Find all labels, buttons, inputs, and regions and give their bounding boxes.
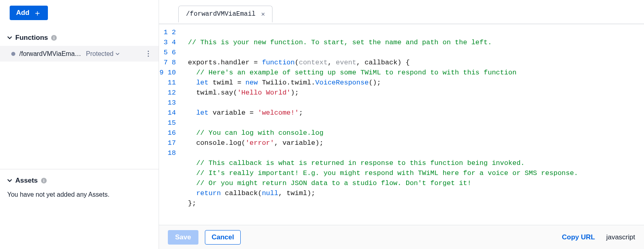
no-assets-text: You have not yet added any Assets. [0,189,159,201]
editor-footer: Save Cancel Copy URL javascript [159,225,644,249]
copy-url-link[interactable]: Copy URL [562,233,595,241]
chevron-down-icon [115,51,120,56]
function-name: /forwardVMViaEma… [19,50,81,58]
language-label: javascript [606,233,635,241]
cancel-button[interactable]: Cancel [205,230,241,245]
save-button[interactable]: Save [168,230,198,245]
info-icon: i [51,35,57,41]
more-menu-button[interactable] [144,49,152,58]
protection-label: Protected [86,50,114,58]
code-area[interactable]: // This is your new function. To start, … [180,24,644,225]
plus-icon: ＋ [33,9,41,17]
code-editor[interactable]: 1 2 3 4 5 6 7 8 9 10 11 12 13 14 15 16 1… [159,24,644,225]
add-button-label: Add [16,9,29,17]
sidebar: Add ＋ Functions i /forwardVMViaEma… Prot… [0,0,159,249]
functions-header-label: Functions [15,34,48,42]
close-icon[interactable]: ✕ [261,10,265,18]
tab-bar: /forwardVMViaEmail ✕ [159,0,644,24]
line-gutter: 1 2 3 4 5 6 7 8 9 10 11 12 13 14 15 16 1… [159,24,180,225]
assets-header[interactable]: Assets i [0,173,159,189]
editor-tab[interactable]: /forwardVMViaEmail ✕ [178,6,272,23]
add-button[interactable]: Add ＋ [10,6,48,20]
chevron-down-icon [7,35,12,40]
info-icon: i [41,178,47,183]
tab-title: /forwardVMViaEmail [186,10,256,18]
assets-section: Assets i You have not yet added any Asse… [0,169,159,249]
status-dot-icon [11,52,15,56]
editor-pane: /forwardVMViaEmail ✕ 1 2 3 4 5 6 7 8 9 1… [159,0,644,249]
function-list-item[interactable]: /forwardVMViaEma… Protected [0,46,159,62]
assets-header-label: Assets [15,177,38,185]
functions-header[interactable]: Functions i [0,30,159,46]
chevron-down-icon [7,178,12,183]
protection-dropdown[interactable]: Protected [86,50,120,58]
